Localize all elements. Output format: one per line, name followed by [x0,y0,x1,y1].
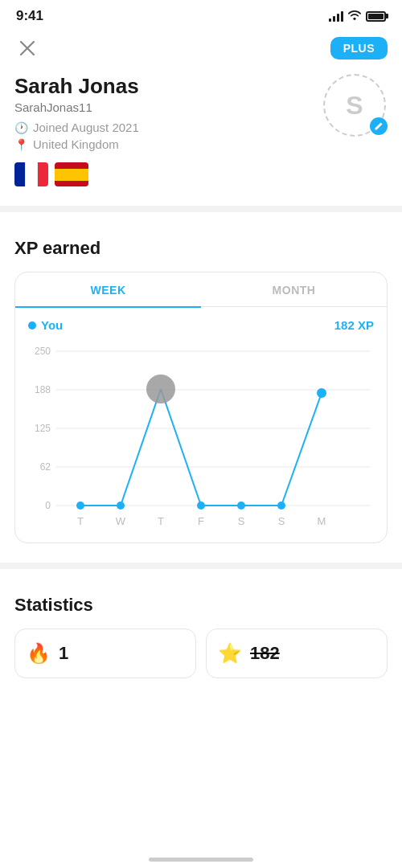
star-icon: ⭐ [218,642,242,665]
svg-line-17 [281,393,322,506]
xp-section: XP earned WEEK MONTH You 182 XP 250 188 … [0,219,402,556]
svg-point-23 [277,502,285,510]
status-time: 9:41 [16,8,43,24]
svg-text:F: F [198,515,204,527]
profile-info: Sarah Jonas SarahJonas11 🕐 Joined August… [14,74,323,151]
svg-point-24 [317,388,326,398]
avatar-letter: S [346,91,363,121]
section-divider [0,206,402,212]
svg-text:T: T [158,515,164,527]
location-icon: 📍 [14,138,28,151]
legend-you: You [28,318,63,332]
avatar-edit-button[interactable] [370,117,388,135]
tab-month[interactable]: MONTH [201,272,387,306]
chart-tabs: WEEK MONTH [15,272,387,307]
svg-point-18 [76,502,84,510]
signal-icon [329,10,343,22]
svg-line-13 [121,389,161,506]
svg-line-14 [161,389,201,506]
fire-icon: 🔥 [27,642,51,665]
clock-icon: 🕐 [14,121,28,134]
joined-date: 🕐 Joined August 2021 [14,121,323,134]
svg-point-22 [237,502,245,510]
tab-week[interactable]: WEEK [15,272,201,306]
svg-text:S: S [278,515,285,527]
stats-divider [0,563,402,569]
stats-section: Statistics 🔥 1 ⭐ 182 [0,575,402,691]
streak-card: 🔥 1 [14,628,196,678]
svg-text:125: 125 [35,423,51,434]
header: PLUS [0,29,402,71]
wifi-icon [348,10,361,23]
legend-label: You [41,318,63,332]
legend-dot [28,321,36,330]
svg-text:S: S [238,515,245,527]
status-bar: 9:41 [0,0,402,29]
plus-button[interactable]: PLUS [330,37,388,59]
avatar-container: S [323,74,388,138]
svg-text:62: 62 [40,461,51,473]
spanish-flag[interactable] [55,162,88,186]
stats-cards: 🔥 1 ⭐ 182 [14,628,388,678]
bottom-handle [149,858,253,862]
flags-row [14,162,388,186]
svg-text:T: T [77,515,84,527]
location: 📍 United Kingdom [14,137,323,151]
status-icons [329,10,386,23]
profile-section: Sarah Jonas SarahJonas11 🕐 Joined August… [0,71,402,199]
legend-xp: 182 XP [334,318,374,332]
svg-text:250: 250 [35,346,51,357]
chart-legend: You 182 XP [15,307,387,337]
svg-text:188: 188 [35,384,51,395]
battery-icon [366,11,386,22]
chart-card: WEEK MONTH You 182 XP 250 188 125 62 0 [14,272,388,543]
xp-title: XP earned [14,238,388,259]
close-button[interactable] [14,35,40,61]
chart-svg: 250 188 125 62 0 [28,343,374,536]
stats-title: Statistics [14,595,388,616]
streak-value: 1 [59,643,68,664]
svg-point-20 [146,375,175,403]
svg-text:W: W [116,515,126,527]
profile-username: SarahJonas11 [14,100,323,114]
profile-header: Sarah Jonas SarahJonas11 🕐 Joined August… [14,74,388,151]
french-flag[interactable] [14,162,48,186]
svg-point-21 [197,502,205,510]
profile-name: Sarah Jonas [14,74,323,99]
svg-point-19 [117,502,125,510]
profile-meta: 🕐 Joined August 2021 📍 United Kingdom [14,121,323,151]
svg-text:M: M [318,515,326,527]
chart-area: 250 188 125 62 0 [15,337,387,542]
svg-text:0: 0 [45,500,51,511]
xp-card: ⭐ 182 [206,628,388,678]
xp-stat-value: 182 [250,643,280,664]
